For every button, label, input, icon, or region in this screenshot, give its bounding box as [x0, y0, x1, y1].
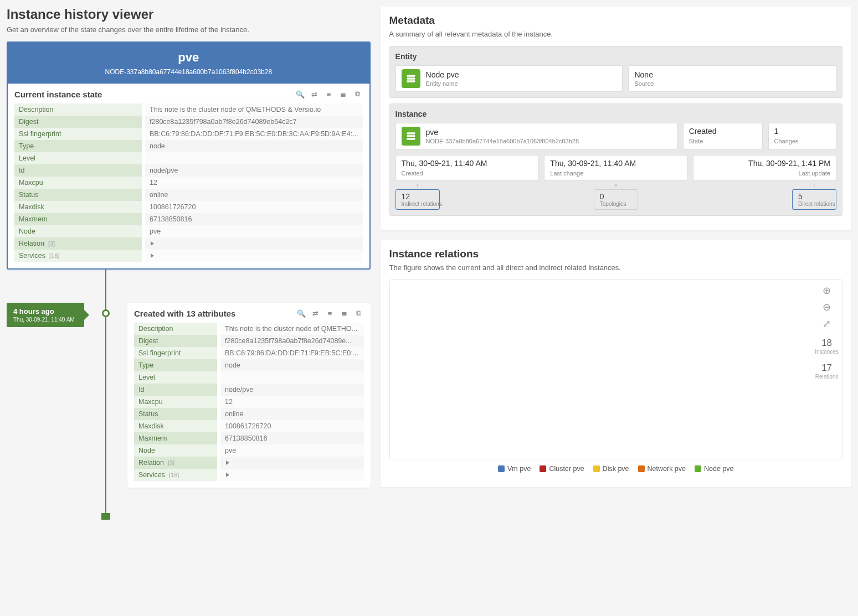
search-icon[interactable]: 🔍 — [296, 308, 306, 318]
attr-key: Services [18] — [134, 469, 217, 481]
attr-value: 67138850816 — [145, 213, 363, 225]
attr-value: BB:C6:79:86:DA:DD:DF:71:F9:EB:5C:E0:... — [220, 347, 364, 359]
legend-swatch — [498, 465, 505, 472]
topo-n: 0 — [600, 192, 632, 201]
attr-row[interactable]: Services [18] — [134, 469, 364, 481]
attr-value: online — [145, 189, 363, 201]
attr-value: online — [220, 408, 364, 420]
attr-row: DescriptionThis note is the cluster node… — [134, 323, 364, 335]
list-compact-icon[interactable]: ≣ — [340, 308, 350, 318]
relations-subtitle: The figure shows the current and all dir… — [389, 263, 842, 272]
lastupdate-label: Last update — [798, 170, 830, 177]
created-value: Thu, 30-09-21, 11:40 AM — [402, 159, 487, 168]
attr-value: f280ce8a1235f798a0ab7f8e26d74089e... — [220, 335, 364, 347]
attr-key: Ssl fingerprint — [14, 128, 142, 140]
legend-swatch — [695, 465, 701, 472]
search-icon[interactable]: 🔍 — [295, 89, 305, 99]
attr-row: DescriptionThis note is the cluster node… — [14, 103, 363, 116]
band-id: NODE-337a8b80a67744e18a600b7a1063f804b2c… — [14, 68, 363, 76]
attr-row: Maxdisk100861726720 — [134, 420, 364, 432]
legend-item: Node pve — [695, 465, 734, 473]
attr-value: pve — [145, 225, 363, 237]
server-icon — [402, 69, 420, 88]
changes-value: 1 — [774, 127, 779, 136]
copy-icon[interactable]: ⧉ — [354, 308, 364, 318]
attr-row: Typenode — [134, 359, 364, 371]
svg-rect-3 — [407, 132, 415, 134]
list-icon[interactable]: ≡ — [324, 89, 334, 99]
instance-header: Instance — [395, 110, 836, 118]
lastchange-label: Last change — [550, 170, 583, 177]
attr-row: Nodepve — [14, 225, 363, 237]
legend-swatch — [540, 465, 546, 472]
relations-heading: Instance relations — [389, 248, 842, 260]
attr-value — [145, 237, 363, 250]
attr-value: This note is the cluster node of QMETHOD… — [145, 103, 363, 116]
attr-key: Ssl fingerprint — [134, 347, 217, 359]
attr-row[interactable]: Relation [3] — [14, 237, 363, 250]
relations-label: Relations — [815, 374, 839, 380]
zoom-in-icon[interactable]: ⊕ — [815, 284, 839, 297]
attr-key: Id — [14, 164, 142, 177]
attr-row[interactable]: Services [18] — [14, 250, 363, 262]
legend-swatch — [593, 465, 600, 472]
attr-key: Level — [14, 152, 142, 164]
created-label: Created — [402, 170, 423, 177]
attr-key: Digest — [14, 116, 142, 128]
attr-row: Maxmem67138850816 — [14, 213, 363, 225]
attr-row: Maxcpu12 — [14, 177, 363, 189]
attr-key: Node — [14, 225, 142, 237]
attr-value: node — [220, 359, 364, 371]
zoom-out-icon[interactable]: ⊖ — [815, 301, 839, 313]
legend-item: Network pve — [638, 465, 686, 473]
attr-value: 100861726720 — [220, 420, 364, 432]
direct-relations-box[interactable]: ↓ 5 Direct relations — [792, 189, 836, 210]
list-compact-icon[interactable]: ≣ — [338, 89, 348, 99]
attr-row: Maxmem67138850816 — [134, 432, 364, 444]
attr-row: Level — [134, 371, 364, 384]
direct-n: 5 — [798, 192, 830, 201]
svg-rect-1 — [407, 77, 415, 79]
state-label: State — [689, 138, 703, 144]
attr-key: Status — [134, 408, 217, 420]
indirect-relations-box[interactable]: ↑ 12 Indirect relations — [395, 189, 440, 210]
attr-value — [220, 457, 364, 469]
attr-key: Maxcpu — [14, 177, 142, 189]
attr-key: Maxcpu — [134, 396, 217, 408]
attr-key: Services [18] — [14, 250, 142, 262]
relations-panel: Instance relations The figure shows the … — [381, 240, 851, 487]
copy-icon[interactable]: ⧉ — [353, 89, 363, 99]
attr-row: Digestf280ce8a1235f798a0ab7f8e26d74089eb… — [14, 116, 363, 128]
topo-l: Topologies — [600, 201, 632, 207]
timeline-badge: 4 hours ago Thu, 30-09-21, 11:40 AM — [7, 303, 84, 327]
attr-row: Typenode — [14, 140, 363, 152]
attr-key: Digest — [134, 335, 217, 347]
shuffle-icon[interactable]: ⇄ — [311, 308, 321, 318]
attr-row: Statusonline — [14, 189, 363, 201]
attr-value: BB:C6:79:86:DA:DD:DF:71:F9:EB:5C:E0:DB:3… — [145, 128, 363, 140]
fullscreen-icon[interactable]: ⤢ — [815, 318, 839, 330]
attr-row[interactable]: Relation [3] — [134, 457, 364, 469]
history-heading: Instance history viewer — [7, 7, 371, 22]
attr-value: This note is the cluster node of QMETHO.… — [220, 323, 364, 335]
metadata-panel: Metadata A summary of all relevant metad… — [381, 7, 851, 230]
instance-band: pve NODE-337a8b80a67744e18a600b7a1063f80… — [8, 43, 369, 84]
attr-key: Description — [14, 103, 142, 116]
list-icon[interactable]: ≡ — [325, 308, 335, 318]
shuffle-icon[interactable]: ⇄ — [310, 89, 320, 99]
relations-graph[interactable]: ⊕ ⊖ ⤢ 18Instances 17Relations — [389, 279, 842, 459]
legend-label: Disk pve — [603, 465, 629, 473]
topologies-box[interactable]: ● 0 Topologies — [594, 189, 638, 210]
attr-key: Maxmem — [14, 213, 142, 225]
attr-value — [220, 469, 364, 481]
legend-item: Cluster pve — [540, 465, 584, 473]
instances-label: Instances — [815, 349, 839, 355]
attr-key: Type — [134, 359, 217, 371]
legend-label: Network pve — [648, 465, 686, 473]
entity-source: None — [634, 70, 654, 79]
event-title: Created with 13 attributes — [134, 309, 235, 318]
current-state-card: pve NODE-337a8b80a67744e18a600b7a1063f80… — [7, 42, 371, 270]
svg-rect-5 — [407, 138, 415, 139]
changes-label: Changes — [774, 138, 799, 144]
svg-rect-2 — [407, 80, 415, 82]
